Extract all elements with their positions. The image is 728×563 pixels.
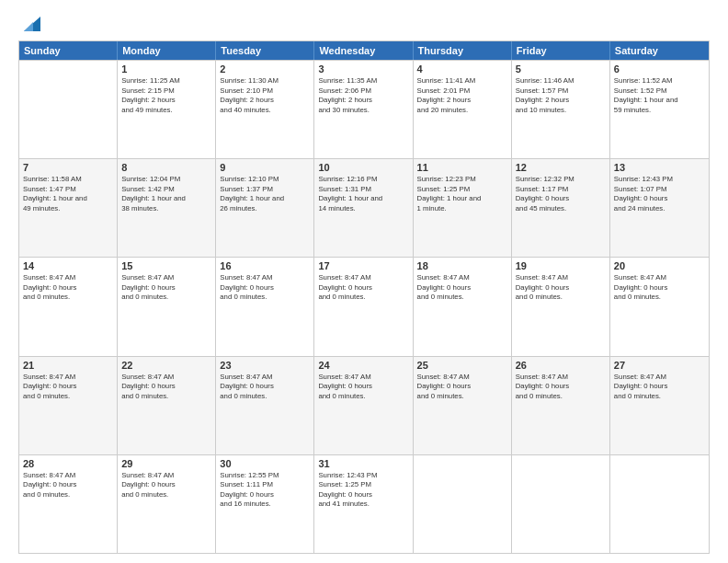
day-info: Sunset: 8:47 AM Daylight: 0 hours and 0 …	[516, 373, 606, 402]
calendar-row: 28Sunset: 8:47 AM Daylight: 0 hours and …	[19, 454, 709, 553]
calendar-cell: 10Sunrise: 12:16 PM Sunset: 1:31 PM Dayl…	[314, 159, 413, 257]
day-number: 8	[121, 162, 211, 173]
day-info: Sunrise: 12:43 PM Sunset: 1:25 PM Daylig…	[318, 471, 408, 510]
calendar-cell: 5Sunrise: 11:46 AM Sunset: 1:57 PM Dayli…	[512, 61, 610, 158]
day-info: Sunrise: 11:46 AM Sunset: 1:57 PM Daylig…	[516, 76, 606, 115]
calendar-cell: 22Sunset: 8:47 AM Daylight: 0 hours and …	[118, 357, 216, 454]
day-number: 17	[318, 260, 408, 271]
calendar-cell: 27Sunset: 8:47 AM Daylight: 0 hours and …	[610, 357, 709, 454]
calendar-cell: 23Sunset: 8:47 AM Daylight: 0 hours and …	[216, 357, 314, 454]
day-number: 2	[220, 63, 310, 75]
calendar-cell: 9Sunrise: 12:10 PM Sunset: 1:37 PM Dayli…	[216, 159, 314, 257]
day-info: Sunrise: 12:16 PM Sunset: 1:31 PM Daylig…	[318, 175, 408, 213]
day-number: 14	[23, 260, 113, 271]
calendar-cell: 18Sunset: 8:47 AM Daylight: 0 hours and …	[414, 258, 512, 355]
day-number: 1	[121, 63, 211, 75]
calendar-cell: 31Sunrise: 12:43 PM Sunset: 1:25 PM Dayl…	[314, 455, 413, 553]
calendar: SundayMondayTuesdayWednesdayThursdayFrid…	[18, 40, 710, 554]
calendar-cell: 24Sunset: 8:47 AM Daylight: 0 hours and …	[314, 357, 413, 454]
day-number: 16	[220, 260, 310, 271]
day-number: 12	[516, 162, 606, 173]
calendar-cell: 15Sunset: 8:47 AM Daylight: 0 hours and …	[118, 258, 216, 355]
calendar-cell: 3Sunrise: 11:35 AM Sunset: 2:06 PM Dayli…	[314, 61, 413, 158]
day-number: 28	[23, 458, 113, 469]
day-number: 3	[318, 63, 408, 75]
header-friday: Friday	[512, 41, 610, 60]
day-info: Sunset: 8:47 AM Daylight: 0 hours and 0 …	[121, 273, 211, 303]
calendar-cell: 28Sunset: 8:47 AM Daylight: 0 hours and …	[19, 455, 118, 553]
calendar-cell: 21Sunset: 8:47 AM Daylight: 0 hours and …	[19, 357, 118, 454]
day-info: Sunrise: 11:25 AM Sunset: 2:15 PM Daylig…	[121, 76, 211, 115]
day-number: 29	[121, 458, 211, 469]
day-number: 5	[516, 63, 606, 75]
header-tuesday: Tuesday	[216, 41, 314, 60]
day-number: 7	[23, 162, 113, 173]
day-info: Sunrise: 12:32 PM Sunset: 1:17 PM Daylig…	[516, 175, 606, 213]
day-number: 20	[614, 260, 705, 271]
calendar-cell: 13Sunrise: 12:43 PM Sunset: 1:07 PM Dayl…	[610, 159, 709, 257]
calendar-cell: 16Sunset: 8:47 AM Daylight: 0 hours and …	[216, 258, 314, 355]
calendar-cell: 1Sunrise: 11:25 AM Sunset: 2:15 PM Dayli…	[118, 61, 216, 158]
day-info: Sunrise: 11:35 AM Sunset: 2:06 PM Daylig…	[318, 76, 408, 115]
calendar-cell	[19, 61, 118, 158]
calendar-cell: 20Sunset: 8:47 AM Daylight: 0 hours and …	[610, 258, 709, 355]
calendar-row: 1Sunrise: 11:25 AM Sunset: 2:15 PM Dayli…	[19, 60, 709, 158]
header-saturday: Saturday	[610, 41, 709, 60]
day-number: 11	[417, 162, 507, 173]
calendar-cell: 14Sunset: 8:47 AM Daylight: 0 hours and …	[19, 258, 118, 355]
calendar-cell: 26Sunset: 8:47 AM Daylight: 0 hours and …	[512, 357, 610, 454]
day-info: Sunrise: 12:55 PM Sunset: 1:11 PM Daylig…	[220, 471, 310, 510]
calendar-row: 21Sunset: 8:47 AM Daylight: 0 hours and …	[19, 356, 709, 454]
day-number: 19	[516, 260, 606, 271]
day-number: 22	[121, 360, 211, 371]
calendar-cell: 25Sunset: 8:47 AM Daylight: 0 hours and …	[414, 357, 512, 454]
header-sunday: Sunday	[19, 41, 118, 60]
day-info: Sunset: 8:47 AM Daylight: 0 hours and 0 …	[417, 273, 507, 303]
day-number: 15	[121, 260, 211, 271]
calendar-cell: 8Sunrise: 12:04 PM Sunset: 1:42 PM Dayli…	[118, 159, 216, 257]
day-info: Sunrise: 11:41 AM Sunset: 2:01 PM Daylig…	[417, 76, 507, 115]
header-wednesday: Wednesday	[314, 41, 413, 60]
day-info: Sunset: 8:47 AM Daylight: 0 hours and 0 …	[614, 373, 705, 402]
svg-marker-1	[24, 22, 33, 31]
day-info: Sunset: 8:47 AM Daylight: 0 hours and 0 …	[516, 273, 606, 303]
day-number: 9	[220, 162, 310, 173]
day-number: 13	[614, 162, 705, 173]
day-info: Sunset: 8:47 AM Daylight: 0 hours and 0 …	[23, 373, 113, 402]
day-info: Sunset: 8:47 AM Daylight: 0 hours and 0 …	[417, 373, 507, 402]
calendar-cell: 6Sunrise: 11:52 AM Sunset: 1:52 PM Dayli…	[610, 61, 709, 158]
day-info: Sunset: 8:47 AM Daylight: 0 hours and 0 …	[121, 373, 211, 402]
day-info: Sunset: 8:47 AM Daylight: 0 hours and 0 …	[318, 373, 408, 402]
day-info: Sunrise: 12:43 PM Sunset: 1:07 PM Daylig…	[614, 175, 705, 213]
day-number: 26	[516, 360, 606, 371]
day-number: 18	[417, 260, 507, 271]
day-info: Sunset: 8:47 AM Daylight: 0 hours and 0 …	[23, 273, 113, 303]
header-monday: Monday	[118, 41, 216, 60]
calendar-cell: 11Sunrise: 12:23 PM Sunset: 1:25 PM Dayl…	[414, 159, 512, 257]
day-info: Sunset: 8:47 AM Daylight: 0 hours and 0 …	[220, 373, 310, 402]
day-number: 6	[614, 63, 705, 75]
calendar-cell: 30Sunrise: 12:55 PM Sunset: 1:11 PM Dayl…	[216, 455, 314, 553]
day-number: 24	[318, 360, 408, 371]
day-number: 25	[417, 360, 507, 371]
day-info: Sunset: 8:47 AM Daylight: 0 hours and 0 …	[614, 273, 705, 303]
calendar-cell	[414, 455, 512, 553]
day-number: 10	[318, 162, 408, 173]
day-number: 4	[417, 63, 507, 75]
day-info: Sunrise: 11:30 AM Sunset: 2:10 PM Daylig…	[220, 76, 310, 115]
calendar-cell: 17Sunset: 8:47 AM Daylight: 0 hours and …	[314, 258, 413, 355]
day-number: 31	[318, 458, 408, 469]
calendar-cell: 2Sunrise: 11:30 AM Sunset: 2:10 PM Dayli…	[216, 61, 314, 158]
day-number: 30	[220, 458, 310, 469]
day-info: Sunrise: 12:04 PM Sunset: 1:42 PM Daylig…	[121, 175, 211, 213]
calendar-row: 14Sunset: 8:47 AM Daylight: 0 hours and …	[19, 257, 709, 355]
page-header	[18, 17, 710, 33]
day-info: Sunrise: 12:23 PM Sunset: 1:25 PM Daylig…	[417, 175, 507, 213]
day-info: Sunset: 8:47 AM Daylight: 0 hours and 0 …	[220, 273, 310, 303]
calendar-cell	[610, 455, 709, 553]
day-info: Sunset: 8:47 AM Daylight: 0 hours and 0 …	[318, 273, 408, 303]
day-info: Sunset: 8:47 AM Daylight: 0 hours and 0 …	[23, 471, 113, 500]
day-info: Sunrise: 11:58 AM Sunset: 1:47 PM Daylig…	[23, 175, 113, 213]
calendar-cell: 12Sunrise: 12:32 PM Sunset: 1:17 PM Dayl…	[512, 159, 610, 257]
day-number: 21	[23, 360, 113, 371]
